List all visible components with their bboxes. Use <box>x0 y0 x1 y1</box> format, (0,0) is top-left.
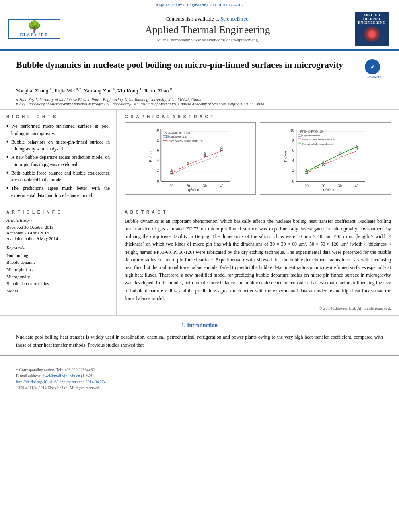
highlights-heading: H I G H L I G H T S <box>6 115 110 119</box>
abstract-heading: A B S T R A C T <box>125 210 391 214</box>
doi-line: http://dx.doi.org/10.1016/j.applthermale… <box>16 380 383 384</box>
svg-text:8: 8 <box>157 139 159 143</box>
chart-2: 0 2 4 6 8 10 10 20 30 40 <box>260 122 391 195</box>
chart-1-svg: 0 2 4 6 8 10 10 20 30 40 <box>128 125 253 192</box>
article-info-section: A R T I C L E I N F O Article history: R… <box>0 205 117 315</box>
svg-text:8: 8 <box>292 139 294 143</box>
copyright-line: © 2014 Elsevier Ltd. All rights reserved… <box>125 306 391 310</box>
svg-text:20: 20 <box>186 184 190 188</box>
svg-text:Experiment data: Experiment data <box>167 135 187 138</box>
highlight-item-1: We performed micro-pin-finned surface in… <box>6 122 110 138</box>
keyword-4: Microgravity <box>6 273 110 281</box>
cover-graphic-image <box>362 26 382 42</box>
svg-marker-64 <box>356 148 358 150</box>
article-title-section: Bubble dynamics in nucleate pool boiling… <box>0 51 399 83</box>
svg-text:2: 2 <box>292 169 294 173</box>
svg-text:Rd/mm: Rd/mm <box>149 150 153 162</box>
abstract-text: Bubble dynamics is an important phenomen… <box>125 218 391 302</box>
highlights-list: We performed micro-pin-finned surface in… <box>6 122 110 200</box>
email-label: E-mail address: <box>16 374 41 378</box>
svg-rect-20 <box>163 136 167 138</box>
graphical-abstract-section: G R A P H I C A L A B S T R A C T 0 2 4 … <box>117 110 399 205</box>
graphical-abstract-charts: 0 2 4 6 8 10 10 20 30 40 <box>125 122 391 195</box>
crossmark-label: CrossMark <box>365 75 383 79</box>
email-address[interactable]: jjwei@mail.xjtu.edu.cn <box>42 374 80 378</box>
corresponding-note: * Corresponding author. Tel.: +86 029 82… <box>16 368 383 372</box>
crossmark-badge-container: ✓ CrossMark <box>365 59 383 79</box>
svg-text:Rd/mm: Rd/mm <box>284 150 288 162</box>
affiliation-b: b Key Laboratory of Microgravity (Nation… <box>16 102 383 106</box>
article-title: Bubble dynamics in nucleate pool boiling… <box>16 59 343 71</box>
highlights-section: H I G H L I G H T S We performed micro-p… <box>0 110 117 205</box>
article-history-label: Article history: <box>6 218 110 222</box>
sciencedirect-link[interactable]: ScienceDirect <box>220 16 250 22</box>
issn-line: 1359-4311/© 2014 Elsevier Ltd. All right… <box>16 386 383 390</box>
highlight-item-3: A new bubble departure radius prediction… <box>6 153 110 169</box>
svg-text:40: 40 <box>355 184 359 188</box>
highlight-item-5: The predictions agree much better with t… <box>6 184 110 200</box>
svg-text:S  PF30-40  PF50-120: S PF30-40 PF50-120 <box>165 132 190 135</box>
svg-text:Experiment data: Experiment data <box>302 134 320 137</box>
svg-text:10: 10 <box>170 184 174 188</box>
svg-text:q/W·cm⁻²: q/W·cm⁻² <box>323 188 339 192</box>
svg-text:40: 40 <box>220 184 224 188</box>
abstract-section: A B S T R A C T Bubble dynamics is an im… <box>117 205 399 315</box>
journal-cover-logo: APPLIED THERMAL ENGINEERING <box>355 12 391 46</box>
available-date: Available online 9 May 2014 <box>6 236 110 241</box>
doi-link[interactable]: http://dx.doi.org/10.1016/j.applthermale… <box>16 380 106 384</box>
keyword-2: Bubble dynamic <box>6 259 110 266</box>
svg-text:0: 0 <box>157 180 159 184</box>
svg-text:Force balance model(with Fc): Force balance model(with Fc) <box>302 138 335 142</box>
keyword-1: Pool boiling <box>6 252 110 259</box>
chart-1: 0 2 4 6 8 10 10 20 30 40 <box>125 122 256 195</box>
keyword-5: Bubble departure radius <box>6 280 110 288</box>
elsevier-tree-icon: 🌳 <box>11 21 57 32</box>
svg-text:6: 6 <box>157 149 159 153</box>
journal-header: 🌳 ELSEVIER Contents lists available at S… <box>0 8 399 50</box>
introduction-section: 1. Introduction Nucleate pool boiling he… <box>0 316 399 356</box>
svg-text:0: 0 <box>292 180 294 184</box>
highlights-graphical-layout: H I G H L I G H T S We performed micro-p… <box>0 110 399 205</box>
received-date: Received 30 October 2013 <box>6 225 110 230</box>
graphical-abstract-heading: G R A P H I C A L A B S T R A C T <box>125 115 391 119</box>
svg-text:PF30-40  PF50-120: PF30-40 PF50-120 <box>300 130 323 134</box>
authors-section: Yonghai Zhang a, Jinjia Wei a,*, Yanfang… <box>0 83 399 96</box>
svg-text:4: 4 <box>292 159 294 163</box>
contents-line: Contents lists available at ScienceDirec… <box>60 16 355 22</box>
cover-title-text: APPLIED THERMAL ENGINEERING <box>356 14 387 25</box>
svg-text:4: 4 <box>157 159 159 163</box>
keywords-label: Keywords: <box>6 245 110 250</box>
svg-text:2: 2 <box>157 169 159 173</box>
journal-citation-text: Applied Thermal Engineering 70 (2014) 17… <box>156 2 244 7</box>
svg-text:20: 20 <box>321 184 325 188</box>
crossmark-icon: ✓ <box>365 59 380 74</box>
article-title-container: Bubble dynamics in nucleate pool boiling… <box>16 59 343 71</box>
journal-citation-bar: Applied Thermal Engineering 70 (2014) 17… <box>0 0 399 8</box>
footnote-line: * Corresponding author. Tel.: +86 029 82… <box>16 365 383 390</box>
info-abstract-layout: A R T I C L E I N F O Article history: R… <box>0 205 399 316</box>
journal-center-info: Contents lists available at ScienceDirec… <box>60 16 355 42</box>
svg-text:6: 6 <box>292 149 294 153</box>
affiliations-section: a State Key Laboratory of Multiphase Flo… <box>0 96 399 110</box>
svg-text:30: 30 <box>203 184 207 188</box>
journal-homepage: journal homepage: www.elsevier.com/locat… <box>60 37 355 42</box>
svg-rect-52 <box>298 134 301 136</box>
svg-text:Present bubble merged model: Present bubble merged model <box>302 142 334 145</box>
svg-text:q/W·cm⁻²: q/W·cm⁻² <box>188 188 204 192</box>
journal-title: Applied Thermal Engineering <box>60 24 355 36</box>
highlight-item-4: Both bubble force balance and bubble coa… <box>6 169 110 185</box>
email-line: E-mail address: jjwei@mail.xjtu.edu.cn (… <box>16 374 383 378</box>
corresponding-note-text: * Corresponding author. Tel.: +86 029 82… <box>16 368 96 372</box>
accepted-date: Accepted 29 April 2014 <box>6 230 110 235</box>
keyword-6: Model <box>6 288 110 295</box>
elsevier-logo: 🌳 ELSEVIER <box>8 19 60 39</box>
intro-heading: 1. Introduction <box>16 322 383 329</box>
keyword-3: Micro-pin-fins <box>6 266 110 273</box>
svg-text:10: 10 <box>155 129 159 133</box>
chart-2-svg: 0 2 4 6 8 10 10 20 30 40 <box>263 125 388 192</box>
svg-text:10: 10 <box>290 129 294 133</box>
email-suffix: (J. Wei). <box>81 374 95 378</box>
footer-section: * Corresponding author. Tel.: +86 029 82… <box>0 355 399 395</box>
svg-text:Force balance model (with Fc): Force balance model (with Fc) <box>167 140 204 143</box>
intro-text: Nucleate pool boiling heat transfer is w… <box>16 333 383 349</box>
